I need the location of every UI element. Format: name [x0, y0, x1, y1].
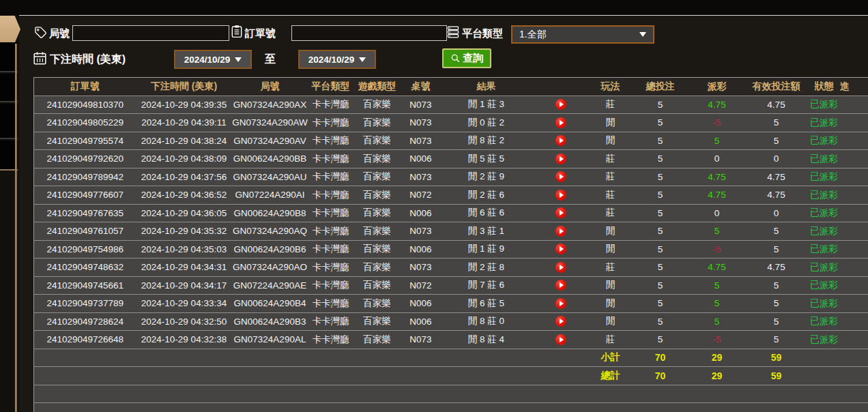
cell-valid-bet: 4.75	[744, 95, 809, 114]
cell-table-no: N073	[401, 168, 441, 186]
date-from-select[interactable]: 2024/10/29	[174, 50, 252, 69]
table-row: 241029049748632 2024-10-29 04:34:31 GN07…	[34, 259, 868, 277]
cell-platform: 卡卡灣廳	[308, 95, 353, 114]
empty-row	[34, 403, 868, 412]
cell-table-no: N072	[401, 186, 441, 205]
table-row: 241029049726648 2024-10-29 04:32:38 GN07…	[34, 331, 868, 349]
cell-result: 閒 0 莊 2	[441, 114, 532, 132]
play-icon[interactable]	[555, 262, 566, 273]
cell-order-no: 241029049792620	[34, 150, 136, 168]
order-no-label: 訂單號	[245, 26, 276, 41]
chevron-down-icon	[639, 32, 646, 37]
cell-replay	[532, 132, 590, 150]
play-icon[interactable]	[555, 334, 566, 345]
cell-total-bet: 5	[631, 276, 690, 295]
cell-table-no: N073	[401, 95, 441, 114]
cell-valid-bet: 4.75	[744, 168, 809, 186]
play-icon[interactable]	[555, 153, 566, 164]
cell-play: 閒	[590, 132, 631, 150]
cell-bet-time: 2024-10-29 04:35:03	[136, 240, 232, 259]
play-icon[interactable]	[555, 135, 566, 146]
cell-play: 閒	[590, 222, 631, 241]
cell-game-type: 百家樂	[353, 276, 401, 295]
cell-valid-bet: 4.75	[744, 259, 809, 277]
play-icon[interactable]	[555, 316, 566, 327]
col-play: 玩法	[590, 78, 631, 96]
cell-result: 閒 2 莊 6	[441, 186, 532, 205]
table-row: 241029049761057 2024-10-29 04:35:32 GN07…	[34, 222, 868, 241]
cell-game-no: GN00624A290B8	[232, 204, 308, 222]
cell-result: 閒 8 莊 4	[441, 331, 532, 349]
search-button[interactable]: 查詢	[442, 48, 491, 68]
table-row: 241029049792620 2024-10-29 04:38:09 GN00…	[34, 150, 868, 168]
cell-valid-bet: 0	[744, 150, 809, 168]
cell-valid-bet: 5	[744, 222, 809, 241]
calendar-icon	[33, 51, 48, 66]
cell-extra	[840, 186, 868, 205]
cell-status: 已派彩	[809, 276, 840, 295]
col-partial: 進	[840, 78, 868, 96]
game-no-label: 局號	[49, 26, 70, 41]
cell-bet-time: 2024-10-29 04:37:56	[136, 168, 232, 186]
play-icon[interactable]	[555, 244, 566, 254]
cell-platform: 卡卡灣廳	[308, 259, 353, 277]
cell-payout: 5	[690, 312, 744, 331]
cell-total-bet: 5	[631, 259, 690, 277]
col-bet-time: 下注時間 (美東)	[136, 78, 232, 96]
records-table: 訂單號 下注時間 (美東) 局號 平台類型 遊戲類型 桌號 結果 玩法 總投注 …	[33, 77, 868, 412]
play-icon[interactable]	[555, 190, 566, 201]
table-row: 241029049767635 2024-10-29 04:36:05 GN00…	[34, 204, 868, 222]
cell-replay	[532, 331, 590, 349]
cell-extra	[840, 295, 868, 313]
active-sidebar-tab[interactable]	[0, 16, 20, 43]
game-no-input[interactable]	[72, 25, 229, 41]
col-payout: 派彩	[690, 78, 744, 96]
cell-table-no: N006	[401, 204, 441, 222]
cell-replay	[532, 259, 590, 277]
cell-result: 閒 6 莊 5	[441, 295, 532, 313]
bet-records-page: 局號 訂單號 平台類型 1.全部 下注時間 (美東) 2024/10/29 至 …	[0, 0, 868, 412]
cell-status: 已派彩	[809, 114, 840, 132]
cell-total-bet: 5	[631, 95, 690, 114]
chevron-down-icon	[359, 57, 366, 62]
play-icon[interactable]	[555, 280, 566, 291]
col-game-no: 局號	[232, 78, 308, 96]
cell-bet-time: 2024-10-29 04:35:32	[136, 222, 232, 241]
cell-game-no: GN07324A290AQ	[232, 222, 308, 241]
cell-table-no: N006	[401, 240, 441, 259]
cell-status: 已派彩	[809, 331, 840, 349]
cell-order-no: 241029049776607	[34, 186, 136, 205]
cell-valid-bet: 5	[744, 240, 809, 259]
play-icon[interactable]	[555, 117, 566, 128]
cell-game-type: 百家樂	[353, 295, 401, 313]
cell-status: 已派彩	[809, 295, 840, 313]
cell-status: 已派彩	[809, 312, 840, 331]
cell-game-type: 百家樂	[353, 259, 401, 277]
chevron-down-icon	[235, 57, 242, 62]
cell-replay	[532, 168, 590, 186]
platform-type-select[interactable]: 1.全部	[511, 25, 654, 44]
cell-payout: -5	[690, 331, 744, 349]
play-icon[interactable]	[555, 298, 566, 309]
play-icon[interactable]	[555, 171, 566, 182]
total-label: 總計	[590, 367, 631, 385]
cell-payout: 5	[690, 222, 744, 241]
cell-status: 已派彩	[809, 168, 840, 186]
order-no-input[interactable]	[291, 25, 447, 41]
date-from-value: 2024/10/29	[184, 55, 231, 65]
cell-table-no: N006	[401, 312, 441, 331]
cell-order-no: 241029049728624	[34, 312, 136, 331]
play-icon[interactable]	[555, 207, 566, 218]
empty-row	[34, 385, 868, 403]
to-label: 至	[265, 52, 276, 67]
cell-total-bet: 5	[631, 132, 690, 150]
subtotal-valid-bet: 59	[744, 349, 809, 367]
cell-payout: 4.75	[690, 95, 744, 114]
play-icon[interactable]	[555, 226, 566, 237]
cell-total-bet: 5	[631, 114, 690, 132]
cell-platform: 卡卡灣廳	[308, 295, 353, 313]
play-icon[interactable]	[555, 99, 566, 110]
cell-valid-bet: 4.75	[744, 186, 809, 205]
cell-platform: 卡卡灣廳	[308, 168, 353, 186]
date-to-select[interactable]: 2024/10/29	[298, 50, 376, 69]
